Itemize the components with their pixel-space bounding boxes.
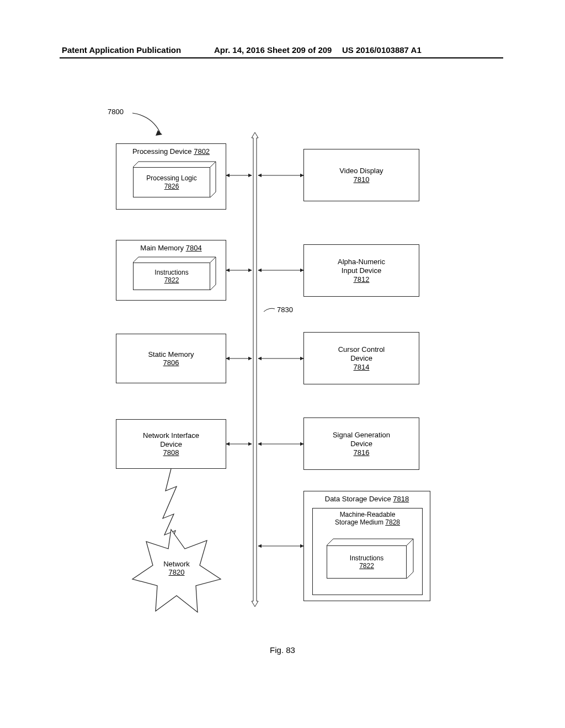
data-storage-box: Data Storage Device 7818 Machine-Readabl… bbox=[303, 491, 430, 601]
page: Patent Application Publication Apr. 14, … bbox=[0, 0, 565, 728]
header-right: US 2016/0103887 A1 bbox=[342, 45, 422, 55]
bus-ref-label: 7830 bbox=[277, 306, 293, 314]
header-mid: Apr. 14, 2016 Sheet 209 of 209 bbox=[214, 45, 332, 55]
static-memory-box: Static Memory 7806 bbox=[116, 334, 226, 383]
storage-instructions-cube: Instructions 7822 bbox=[327, 539, 415, 583]
processing-device-box: Processing Device 7802 Processing Logic … bbox=[116, 143, 226, 210]
main-memory-instructions-cube: Instructions 7822 bbox=[133, 257, 216, 293]
header-left: Patent Application Publication bbox=[62, 45, 181, 55]
svg-line-12 bbox=[407, 539, 413, 545]
figure-label: Fig. 83 bbox=[0, 645, 565, 655]
processing-logic-cube: Processing Logic 7826 bbox=[133, 162, 216, 200]
svg-line-11 bbox=[210, 257, 216, 263]
cursor-control-box: Cursor Control Device 7814 bbox=[303, 332, 419, 384]
svg-line-10 bbox=[210, 162, 216, 167]
alpha-numeric-box: Alpha-Numeric Input Device 7812 bbox=[303, 244, 419, 297]
signal-gen-box: Signal Generation Device 7816 bbox=[303, 417, 419, 470]
mrsm-box: Machine-Readable Storage Medium 7828 Ins… bbox=[312, 508, 423, 595]
video-display-box: Video Display 7810 bbox=[303, 149, 419, 201]
main-memory-box: Main Memory 7804 Instructions 7822 bbox=[116, 240, 226, 301]
header-rule bbox=[60, 57, 503, 58]
lightning-icon bbox=[163, 469, 177, 543]
bus-icon bbox=[252, 132, 258, 607]
nic-box: Network Interface Device 7808 bbox=[116, 419, 226, 469]
network-label: Network 7820 bbox=[154, 560, 199, 576]
diagram: 7830 Processing Device 7802 Processing L… bbox=[61, 94, 502, 645]
